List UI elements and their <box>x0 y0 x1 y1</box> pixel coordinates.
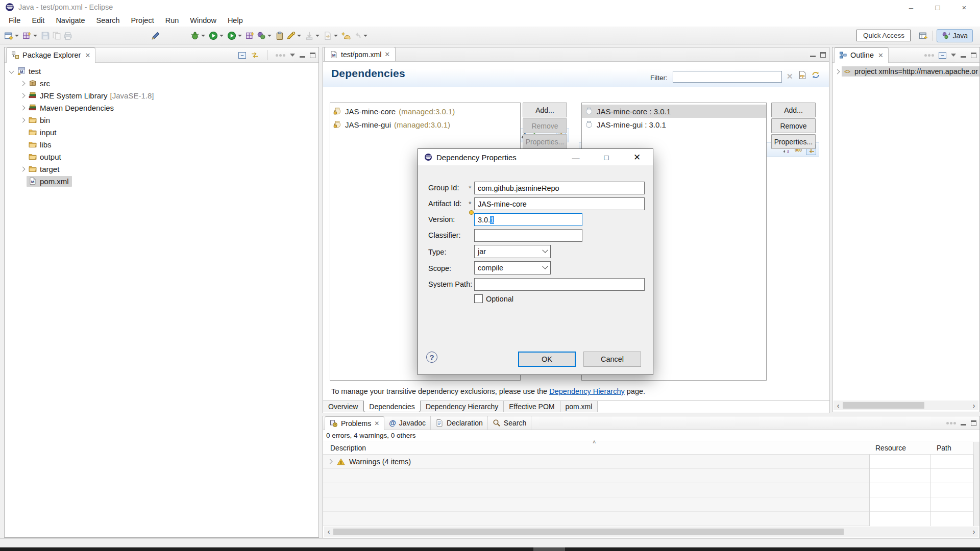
column-path[interactable]: Path <box>937 444 951 452</box>
expander-expanded-icon[interactable] <box>9 68 14 73</box>
external-tools-dropdown-icon[interactable] <box>238 35 242 37</box>
debug-dropdown-icon[interactable] <box>201 35 205 37</box>
menu-project[interactable]: Project <box>126 14 160 27</box>
open-perspective-icon[interactable] <box>918 30 929 41</box>
dependency-item[interactable]: JAS-mine-core (managed:3.0.1) <box>330 105 520 118</box>
dependency-item[interactable]: JAS-mine-gui (managed:3.0.1) <box>330 118 520 131</box>
menu-run[interactable]: Run <box>160 14 185 27</box>
expander-collapsed-icon[interactable] <box>328 459 333 464</box>
editor-tab-pom-xml[interactable]: test/pom.xml ✕ <box>324 47 396 61</box>
tree-item-bin[interactable]: bin <box>5 114 318 126</box>
minimize-view-icon[interactable] <box>300 53 305 58</box>
open-type-dropdown-icon[interactable] <box>267 35 272 37</box>
tree-item-input[interactable]: input <box>5 126 318 138</box>
close-icon[interactable]: ✕ <box>384 51 390 58</box>
collapse-all-icon[interactable]: − <box>238 52 246 59</box>
dialog-close-button[interactable]: ✕ <box>626 149 648 165</box>
view-menu-icon[interactable] <box>951 54 956 57</box>
expander-collapsed-icon[interactable] <box>20 105 26 110</box>
dependency-management-add-button[interactable]: Add... <box>771 103 816 117</box>
scrollbar-thumb[interactable] <box>333 529 844 535</box>
tab-problems[interactable]: Problems ✕ <box>325 416 384 430</box>
java-perspective-button[interactable]: Java <box>937 29 973 42</box>
dependency-hierarchy-link[interactable]: Dependency Hierarchy <box>549 387 625 395</box>
view-menu-dots-icon[interactable] <box>276 54 285 57</box>
system-path-input[interactable] <box>474 278 645 291</box>
window-close-button[interactable]: × <box>951 0 977 14</box>
expander-collapsed-icon[interactable] <box>20 81 26 86</box>
last-edit-location-icon[interactable] <box>340 30 352 41</box>
collapse-all-icon[interactable]: − <box>939 52 946 59</box>
mark-occurrences-icon[interactable] <box>150 30 161 41</box>
tree-item-jre[interactable]: JRE System Library [JavaSE-1.8] <box>5 89 318 102</box>
tree-item-src[interactable]: src <box>5 77 318 89</box>
minimize-view-icon[interactable] <box>961 53 966 58</box>
scroll-right-icon[interactable]: › <box>969 402 978 410</box>
page-tab-effective-pom[interactable]: Effective POM <box>504 401 560 412</box>
debug-icon[interactable] <box>189 30 201 41</box>
menu-search[interactable]: Search <box>91 14 126 27</box>
annotation-pen-icon[interactable] <box>285 30 297 41</box>
help-icon[interactable]: ? <box>426 352 437 363</box>
page-tab-dependency-hierarchy[interactable]: Dependency Hierarchy <box>421 401 504 412</box>
annotation-dropdown-icon[interactable] <box>297 35 301 37</box>
scope-dropdown[interactable]: compile <box>474 261 551 274</box>
filter-input[interactable] <box>673 71 782 83</box>
ok-button[interactable]: OK <box>518 352 576 367</box>
close-icon[interactable]: ✕ <box>85 52 90 59</box>
minimize-view-icon[interactable] <box>961 421 966 425</box>
print-icon[interactable] <box>62 30 74 41</box>
expander-collapsed-icon[interactable] <box>20 93 26 98</box>
dependency-management-item-selected[interactable]: JAS-mine-core : 3.0.1 <box>582 105 766 118</box>
tree-item-maven-dependencies[interactable]: Maven Dependencies <box>5 102 318 114</box>
run-dropdown-icon[interactable] <box>219 35 224 37</box>
tree-item-pom-xml[interactable]: pom.xml <box>5 175 318 187</box>
view-menu-dots-icon[interactable] <box>946 422 956 424</box>
external-tools-icon[interactable] <box>226 30 237 41</box>
column-description[interactable]: Description <box>330 444 366 452</box>
maximize-editor-icon[interactable] <box>820 52 826 58</box>
back-icon[interactable] <box>352 30 363 41</box>
back-dropdown-icon[interactable] <box>363 35 368 37</box>
group-id-input[interactable] <box>474 182 645 194</box>
classifier-input[interactable] <box>474 229 582 242</box>
run-icon[interactable] <box>208 30 219 41</box>
optional-checkbox[interactable] <box>474 294 483 303</box>
effective-pom-icon[interactable] <box>798 70 807 80</box>
dependencies-remove-button[interactable]: Remove <box>523 118 567 133</box>
version-input[interactable]: 3.0.1 <box>474 213 582 226</box>
close-icon[interactable]: ✕ <box>878 52 884 59</box>
dependencies-properties-button[interactable]: Properties... <box>523 134 567 149</box>
expander-collapsed-icon[interactable] <box>20 166 26 171</box>
window-maximize-button[interactable]: □ <box>925 0 950 14</box>
problems-horizontal-scrollbar[interactable]: ‹ › <box>324 527 978 537</box>
menu-file[interactable]: File <box>3 14 26 27</box>
outline-horizontal-scrollbar[interactable]: ‹ › <box>834 400 978 410</box>
page-tab-dependencies[interactable]: Dependencies <box>363 400 421 412</box>
export-dropdown-icon[interactable] <box>334 35 338 37</box>
export-icon[interactable] <box>322 30 333 41</box>
task-icon[interactable] <box>274 30 285 41</box>
import-icon[interactable] <box>304 30 315 41</box>
column-resource[interactable]: Resource <box>875 444 906 452</box>
outline-tab[interactable]: Outline ✕ <box>834 47 889 63</box>
dependencies-add-button[interactable]: Add... <box>523 103 567 117</box>
quick-access-box[interactable]: Quick Access <box>856 30 911 41</box>
dependency-management-properties-button[interactable]: Properties... <box>771 134 816 149</box>
type-dropdown[interactable]: jar <box>474 245 551 258</box>
tree-item-target[interactable]: target <box>5 163 318 175</box>
menu-edit[interactable]: Edit <box>26 14 50 27</box>
tree-item-test[interactable]: test <box>5 65 318 77</box>
view-menu-dots-icon[interactable] <box>924 54 934 57</box>
artifact-id-input[interactable] <box>474 197 645 210</box>
menu-help[interactable]: Help <box>222 14 249 27</box>
page-tab-overview[interactable]: Overview <box>323 401 363 412</box>
expander-collapsed-icon[interactable] <box>20 117 26 122</box>
dialog-maximize-button[interactable]: □ <box>596 149 617 165</box>
tree-item-libs[interactable]: libs <box>5 138 318 151</box>
minimize-editor-icon[interactable] <box>810 53 816 57</box>
new-java-project-dropdown-icon[interactable] <box>33 35 37 37</box>
scroll-right-icon[interactable]: › <box>969 528 978 536</box>
maximize-view-icon[interactable] <box>971 420 976 426</box>
menu-navigate[interactable]: Navigate <box>50 14 90 27</box>
